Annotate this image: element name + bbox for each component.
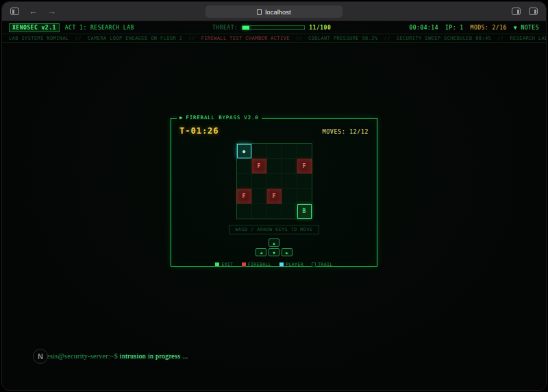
mods-counter: MODS: 2/16	[471, 25, 507, 31]
notes-toggle[interactable]: ▼ NOTES	[514, 25, 539, 31]
fireball-bypass-panel: ▶ FIREBALL BYPASS V2.0 T-01:26 MOVES: 12…	[171, 118, 377, 267]
grid-cell	[267, 159, 282, 173]
panel-title-text: FIREBALL BYPASS V2.0	[186, 114, 258, 121]
game-grid: ●FFFFB	[236, 143, 312, 219]
dpad: ▲ ◀ ▼ ▶	[171, 238, 377, 256]
brand-logo-glyph: N	[38, 352, 43, 360]
threat-bar	[242, 25, 305, 30]
url-bar[interactable]: localhost	[206, 5, 342, 18]
grid-cell	[282, 144, 297, 158]
back-icon[interactable]: ←	[29, 7, 38, 16]
grid-cell	[237, 204, 251, 219]
ticker-separator: //	[296, 36, 302, 41]
grid-cell	[252, 174, 266, 188]
grid-cell	[252, 189, 266, 204]
reader-panel-icon[interactable]	[512, 8, 521, 15]
forward-icon[interactable]: →	[47, 7, 56, 16]
ticker-separator: //	[188, 36, 195, 41]
fireball-cell: F	[267, 189, 282, 204]
grid-cell	[282, 174, 297, 188]
grid-cell	[237, 174, 251, 188]
ticker-item: SECURITY SWEEP SCHEDULED 00:45	[397, 36, 491, 41]
grid-cell	[297, 174, 312, 188]
grid-cell	[237, 159, 251, 173]
ip-counter: IP: 1	[445, 25, 464, 31]
grid-cell	[282, 189, 297, 204]
legend-swatch	[242, 262, 246, 267]
ticker-item: COOLANT PRESSURE 98.2%	[308, 36, 378, 41]
terminal-prompt: genesis@security-server:~$	[36, 352, 118, 360]
terminal-line: genesis@security-server:~$ intrusion in …	[36, 352, 188, 360]
game-hud: XENOSEC v2.1 ACT 1: RESEARCH LAB THREAT:…	[2, 21, 546, 34]
grid-cell	[267, 144, 282, 158]
legend-swatch	[312, 262, 316, 267]
hud-left: XENOSEC v2.1 ACT 1: RESEARCH LAB	[9, 23, 134, 32]
legend-item: TRAIL	[312, 262, 333, 267]
legend-label: PLAYER	[286, 262, 303, 267]
legend-swatch	[215, 262, 219, 267]
moves-counter: MOVES: 12/12	[323, 128, 369, 135]
ticker-separator: //	[497, 36, 503, 41]
browser-window: ← → localhost XENOSEC v2.1 ACT 1: RESEAR…	[1, 1, 547, 391]
legend: EXITFIREBALLPLAYERTRAIL	[171, 262, 377, 267]
ticker-separator: //	[384, 36, 390, 41]
ticker-item: CAMERA LOOP ENGAGED ON FLOOR 2	[88, 36, 182, 41]
grid-cell	[297, 144, 312, 158]
legend-item: FIREBALL	[242, 262, 272, 267]
act-label: ACT 1: RESEARCH LAB	[65, 25, 134, 31]
dpad-right-button[interactable]: ▶	[282, 248, 292, 256]
app-version-badge: XENOSEC v2.1	[9, 23, 60, 32]
dpad-left-button[interactable]: ◀	[256, 248, 266, 256]
legend-label: FIREBALL	[248, 262, 272, 267]
ticker: LAB SYSTEMS NOMINAL//CAMERA LOOP ENGAGED…	[2, 34, 546, 43]
fireball-cell: F	[237, 189, 251, 204]
ticker-item: LAB SYSTEMS NOMINAL	[9, 36, 69, 41]
tab-overview-icon[interactable]	[529, 8, 538, 15]
dpad-down-button[interactable]: ▼	[269, 248, 279, 256]
dpad-row: ◀ ▼ ▶	[256, 248, 292, 256]
terminal-message: intrusion in progress ...	[118, 352, 188, 360]
panel-title: ▶ FIREBALL BYPASS V2.0	[177, 114, 262, 121]
play-icon: ▶	[179, 114, 183, 121]
controls-hint: WASD / ARROW KEYS TO MOVE	[229, 225, 320, 234]
player-cell: ●	[237, 144, 251, 158]
legend-label: TRAIL	[318, 262, 333, 267]
dpad-up-button[interactable]: ▲	[269, 238, 279, 247]
legend-label: EXIT	[221, 262, 233, 267]
grid-cell	[282, 159, 297, 173]
grid-cell	[297, 189, 312, 204]
grid-cell	[267, 204, 282, 219]
fireball-cell: F	[252, 159, 266, 173]
hud-right: 00:04:14 IP: 1 MODS: 2/16 ▼ NOTES	[409, 25, 539, 31]
grid-cell	[282, 204, 297, 219]
fireball-cell: F	[297, 159, 312, 173]
page: XENOSEC v2.1 ACT 1: RESEARCH LAB THREAT:…	[2, 21, 546, 390]
sidebar-toggle-icon[interactable]	[10, 8, 19, 15]
screen: ← → localhost XENOSEC v2.1 ACT 1: RESEAR…	[0, 0, 548, 392]
page-icon	[257, 9, 262, 15]
grid-cell	[252, 204, 266, 219]
exit-cell: B	[297, 204, 312, 219]
countdown-timer: T-01:26	[179, 126, 219, 136]
chrome-right-controls	[512, 8, 538, 15]
legend-swatch	[279, 262, 284, 267]
ticker-item: RESEARCH LAB DOORS SEALED	[510, 36, 546, 41]
panel-header: T-01:26 MOVES: 12/12	[171, 119, 377, 136]
grid-cell	[252, 144, 266, 158]
session-timer: 00:04:14	[409, 25, 438, 31]
grid-cell	[267, 174, 282, 188]
threat-label: THREAT:	[212, 25, 238, 31]
threat-bar-fill	[242, 26, 249, 29]
ticker-separator: //	[75, 36, 82, 41]
brand-logo-badge[interactable]: N	[33, 349, 48, 364]
threat-meter: THREAT: 11/100	[212, 25, 331, 31]
url-text: localhost	[265, 8, 291, 16]
ticker-item: FIREWALL TEST CHAMBER ACTIVE	[201, 36, 290, 41]
legend-item: EXIT	[215, 262, 233, 267]
browser-chrome: ← → localhost	[2, 2, 546, 21]
legend-item: PLAYER	[279, 262, 303, 267]
threat-value: 11/100	[309, 25, 331, 31]
